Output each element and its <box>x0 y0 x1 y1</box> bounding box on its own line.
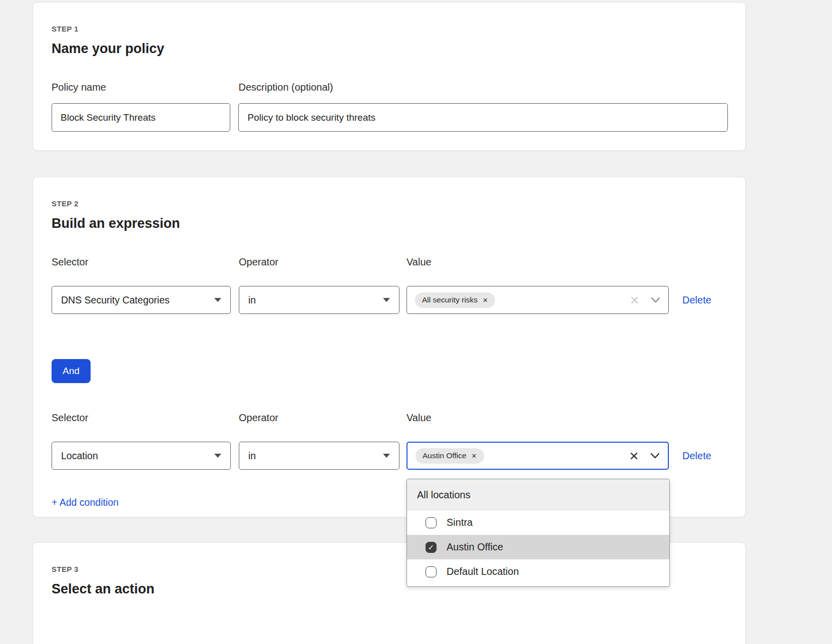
value-tag-label: Austin Office <box>423 451 467 460</box>
selector-column-label: Selector <box>52 256 231 268</box>
selector-value: Location <box>61 450 98 462</box>
operator-column-label: Operator <box>239 412 399 424</box>
value-multiselect[interactable]: All security risks ✕ <box>406 286 669 314</box>
expression-column-labels: Selector Operator Value <box>52 412 728 434</box>
value-multiselect[interactable]: Austin Office ✕ <box>406 442 669 470</box>
dropdown-group-header[interactable]: All locations <box>407 479 669 510</box>
dropdown-option[interactable]: ✓ Austin Office <box>407 535 669 559</box>
value-tag: Austin Office ✕ <box>415 448 484 464</box>
step1-title: Name your policy <box>52 41 728 57</box>
step1-card: STEP 1 Name your policy Policy name Desc… <box>33 2 746 151</box>
delete-row-link[interactable]: Delete <box>682 294 711 306</box>
dropdown-option-label: Austin Office <box>447 541 503 553</box>
clear-icon[interactable] <box>630 296 639 304</box>
expression-row: Location in Austin Office ✕ <box>52 442 728 470</box>
step2-title: Build an expression <box>52 216 728 231</box>
selector-value: DNS Security Categories <box>61 294 170 306</box>
dropdown-option[interactable]: ✓ Default Location <box>407 559 669 584</box>
value-tag: All security risks ✕ <box>415 292 495 308</box>
selector-column-label: Selector <box>52 412 231 424</box>
chevron-down-icon <box>383 298 390 302</box>
step2-card: STEP 2 Build an expression Selector Oper… <box>33 177 746 517</box>
value-column-label: Value <box>406 256 669 268</box>
value-field-icons <box>630 452 660 460</box>
chevron-down-icon[interactable] <box>650 453 660 459</box>
dropdown-option-label: Default Location <box>447 566 519 577</box>
selector-dropdown[interactable]: DNS Security Categories <box>52 286 231 314</box>
operator-dropdown[interactable]: in <box>239 286 399 314</box>
policy-builder-page: STEP 1 Name your policy Policy name Desc… <box>0 2 832 644</box>
policy-name-field: Policy name <box>52 82 230 132</box>
chevron-down-icon <box>214 298 221 302</box>
chevron-down-icon <box>383 454 390 458</box>
checkbox[interactable]: ✓ <box>426 517 437 528</box>
expression-column-labels: Selector Operator Value <box>52 256 728 278</box>
policy-name-label: Policy name <box>52 82 230 93</box>
dropdown-option[interactable]: ✓ Sintra <box>407 510 669 535</box>
value-column-label: Value <box>406 412 669 424</box>
step1-label: STEP 1 <box>52 25 728 33</box>
operator-value: in <box>248 294 256 306</box>
checkmark-icon: ✓ <box>428 543 435 551</box>
delete-row-link[interactable]: Delete <box>682 450 711 462</box>
description-input[interactable] <box>238 103 728 132</box>
description-field: Description (optional) <box>238 82 728 132</box>
remove-tag-icon[interactable]: ✕ <box>472 452 477 460</box>
clear-icon[interactable] <box>630 452 638 460</box>
step2-label: STEP 2 <box>52 199 728 208</box>
step1-form-row: Policy name Description (optional) <box>52 82 728 132</box>
chevron-down-icon[interactable] <box>651 297 660 303</box>
operator-column-label: Operator <box>239 256 399 268</box>
expression-row: DNS Security Categories in All security … <box>52 286 728 314</box>
policy-name-input[interactable] <box>52 103 230 132</box>
dropdown-option-label: Sintra <box>447 517 473 528</box>
operator-value: in <box>248 450 256 462</box>
selector-dropdown[interactable]: Location <box>52 442 231 470</box>
add-condition-link[interactable]: + Add condition <box>52 497 119 508</box>
checkbox[interactable]: ✓ <box>426 542 437 553</box>
remove-tag-icon[interactable]: ✕ <box>483 296 488 304</box>
checkbox[interactable]: ✓ <box>426 566 437 577</box>
value-tag-label: All security risks <box>422 295 478 304</box>
and-button[interactable]: And <box>52 359 91 383</box>
operator-dropdown[interactable]: in <box>239 442 399 470</box>
value-options-dropdown: All locations ✓ Sintra ✓ Austin Office <box>406 479 670 587</box>
value-field-icons <box>630 296 660 304</box>
description-label: Description (optional) <box>238 82 728 93</box>
chevron-down-icon <box>214 454 221 458</box>
